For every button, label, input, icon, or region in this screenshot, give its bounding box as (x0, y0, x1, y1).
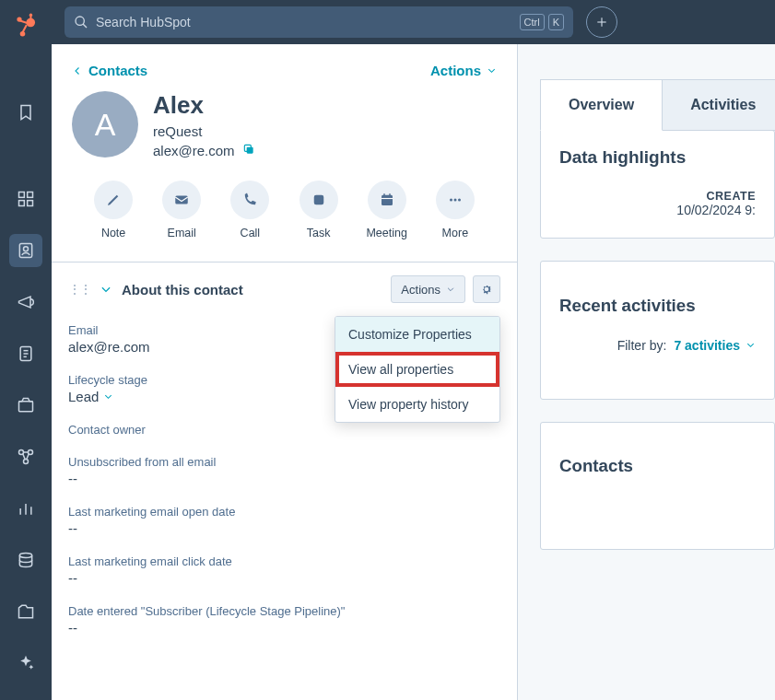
svg-point-24 (19, 554, 31, 558)
nav-reporting[interactable] (9, 492, 42, 525)
create-button[interactable] (586, 6, 617, 38)
svg-rect-17 (19, 402, 33, 412)
more-button[interactable]: More (426, 181, 485, 239)
svg-point-37 (450, 199, 452, 202)
svg-rect-31 (175, 196, 188, 204)
svg-rect-29 (246, 147, 252, 154)
plus-icon (595, 16, 608, 29)
field-value-last-click[interactable]: -- (68, 570, 500, 586)
caret-down-icon (746, 340, 756, 350)
create-date-value: 10/02/2024 9: (559, 203, 756, 217)
svg-rect-8 (28, 192, 33, 198)
header-actions-label: Actions (430, 63, 481, 78)
nav-content[interactable] (9, 337, 42, 370)
phone-icon (241, 192, 258, 208)
about-actions-button[interactable]: Actions (391, 275, 465, 303)
search-placeholder: Search HubSpot (96, 15, 520, 29)
filter-label: Filter by: (617, 338, 667, 353)
svg-point-12 (24, 247, 29, 251)
svg-point-39 (458, 199, 461, 202)
header-actions[interactable]: Actions (430, 63, 497, 78)
nav-data[interactable] (9, 543, 42, 577)
svg-point-25 (76, 17, 84, 25)
back-link[interactable]: Contacts (72, 63, 147, 78)
more-icon (447, 192, 464, 208)
field-value-last-open[interactable]: -- (68, 520, 500, 536)
action-bar: Note Email Call Task Meeting More (52, 166, 517, 262)
recent-activities-card: Recent activities Filter by: 7 activitie… (540, 261, 775, 400)
top-bar: Search HubSpot Ctrl K (52, 0, 775, 44)
field-label-owner: Contact owner (68, 423, 500, 437)
data-highlights-title: Data highlights (559, 147, 756, 168)
contact-left-pane: Contacts Actions A Alex reQuest alex@re.… (52, 44, 518, 700)
field-value-unsubscribed[interactable]: -- (68, 471, 500, 486)
search-shortcut: Ctrl K (520, 14, 564, 30)
chevron-left-icon (72, 65, 83, 76)
nav-workspaces[interactable] (9, 182, 42, 216)
svg-rect-9 (19, 201, 25, 206)
tab-activities[interactable]: Activities (663, 79, 775, 131)
right-pane: Overview Activities Data highlights CREA… (518, 44, 775, 700)
field-label-last-click: Last marketing email click date (68, 554, 500, 568)
meeting-button[interactable]: Meeting (358, 181, 417, 239)
email-icon (173, 192, 190, 208)
task-icon (311, 192, 327, 208)
recent-activities-title: Recent activities (559, 296, 756, 316)
contact-name: Alex (153, 91, 255, 120)
note-button[interactable]: Note (84, 181, 143, 239)
nav-bookmarks[interactable] (9, 96, 42, 129)
svg-rect-7 (19, 192, 25, 198)
field-label-unsubscribed: Unsubscribed from all email (68, 455, 500, 469)
svg-rect-10 (28, 201, 33, 206)
nav-commerce[interactable] (9, 389, 42, 422)
create-date-label: CREATE (559, 190, 756, 203)
menu-view-all-properties[interactable]: View all properties (335, 352, 499, 387)
field-label-last-open: Last marketing email open date (68, 505, 500, 519)
menu-customize-properties[interactable]: Customize Properties (335, 317, 499, 352)
gear-icon (480, 283, 493, 296)
about-actions-menu: Customize Properties View all properties… (335, 316, 500, 423)
email-button[interactable]: Email (152, 181, 211, 239)
svg-rect-11 (19, 244, 31, 258)
search-icon (74, 15, 88, 29)
tab-overview[interactable]: Overview (540, 79, 663, 131)
contacts-card-title: Contacts (559, 456, 756, 476)
svg-point-38 (453, 199, 456, 202)
field-value-date-entered[interactable]: -- (68, 620, 500, 636)
caret-down-icon (446, 285, 455, 294)
svg-point-6 (29, 14, 32, 17)
contact-email: alex@re.com (153, 143, 235, 158)
nav-crm[interactable] (9, 234, 42, 267)
about-title: About this contact (122, 282, 243, 298)
nav-rail (0, 0, 52, 700)
svg-rect-32 (313, 195, 323, 205)
calendar-icon (379, 192, 395, 208)
nav-ai-icon[interactable] (9, 647, 42, 680)
nav-library[interactable] (9, 595, 42, 628)
settings-button[interactable] (473, 275, 500, 303)
about-section: ⋮⋮ About this contact Actions Customize … (52, 262, 517, 691)
copy-icon[interactable] (242, 143, 255, 158)
caret-down-icon (103, 391, 113, 402)
nav-marketing[interactable] (9, 286, 42, 319)
filter-activities-link[interactable]: 7 activities (674, 338, 756, 353)
hubspot-logo[interactable] (13, 13, 39, 42)
avatar[interactable]: A (72, 91, 138, 158)
menu-view-history[interactable]: View property history (335, 387, 499, 422)
svg-point-20 (24, 460, 29, 464)
contacts-card: Contacts (540, 422, 775, 550)
contact-company: reQuest (153, 123, 255, 139)
svg-rect-4 (21, 24, 27, 32)
data-highlights-card: Data highlights CREATE 10/02/2024 9: (540, 130, 775, 239)
right-tabs: Overview Activities (540, 79, 775, 131)
search-input[interactable]: Search HubSpot Ctrl K (65, 6, 573, 38)
note-icon (105, 192, 122, 208)
svg-line-26 (83, 24, 87, 28)
collapse-icon[interactable] (100, 283, 112, 296)
call-button[interactable]: Call (220, 181, 279, 239)
drag-handle-icon[interactable]: ⋮⋮ (68, 282, 90, 297)
nav-automations[interactable] (9, 440, 42, 473)
svg-rect-33 (382, 195, 393, 205)
task-button[interactable]: Task (289, 181, 348, 239)
field-label-date-entered: Date entered "Subscriber (Lifecycle Stag… (68, 604, 500, 618)
